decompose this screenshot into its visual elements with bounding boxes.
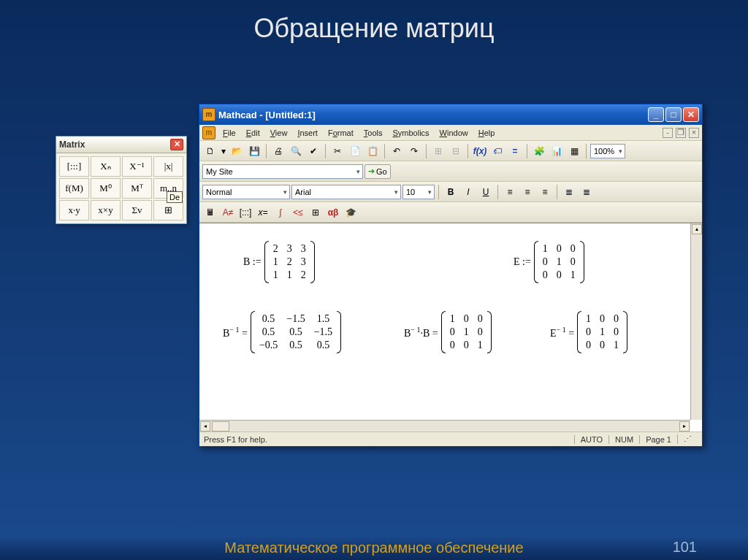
greek-palette-icon[interactable]: αβ — [325, 204, 341, 220]
calculator-palette-icon[interactable]: 🖩 — [202, 204, 218, 220]
equation-B-def[interactable]: B := 233123112 — [243, 241, 315, 283]
palette-title-text: Matrix — [59, 139, 85, 150]
symbolic-palette-icon[interactable]: 🎓 — [343, 204, 359, 220]
maximize-button[interactable]: □ — [665, 107, 682, 122]
cut-button[interactable]: ✂ — [329, 143, 346, 159]
paste-button[interactable]: 📋 — [365, 143, 381, 159]
eval-palette-icon[interactable]: x= — [255, 204, 271, 220]
palette-grid: [:::] Xₙ X⁻¹ |x| f(M) M⁰ Mᵀ m..n x·y x×y… — [56, 153, 186, 223]
graph-palette-icon[interactable]: A≠ — [220, 204, 236, 220]
titlebar[interactable]: m Mathcad - [Untitled:1] _ □ ✕ — [199, 104, 702, 125]
open-button[interactable]: 📂 — [229, 143, 245, 159]
calculate-button[interactable]: = — [507, 143, 523, 159]
palette-btn-inverse[interactable]: X⁻¹ — [122, 156, 152, 177]
align2-button[interactable]: ⊟ — [448, 143, 464, 159]
menubar: m File Edit View Insert Format Tools Sym… — [199, 125, 702, 141]
palette-btn-subscript[interactable]: Xₙ — [91, 156, 121, 177]
new-button[interactable]: 🗋 — [202, 143, 218, 159]
component2-button[interactable]: 📊 — [549, 143, 565, 159]
equation-E-inv[interactable]: E− 1 = 100010001 — [550, 311, 627, 353]
close-button[interactable]: ✕ — [683, 107, 699, 122]
equation-B-inv[interactable]: B− 1 = 0.5−1.51.50.50.5−1.5−0.50.50.5 — [223, 311, 341, 353]
italic-button[interactable]: I — [460, 184, 476, 200]
mdi-minimize[interactable]: - — [663, 128, 673, 138]
equation-BinvB[interactable]: B− 1·B = 100010001 — [404, 311, 492, 353]
align-right-button[interactable]: ≡ — [537, 184, 553, 200]
scroll-thumb[interactable] — [212, 421, 229, 431]
scroll-right-icon[interactable]: ▸ — [679, 421, 690, 431]
menu-insert[interactable]: Insert — [293, 127, 322, 139]
palette-btn-cross[interactable]: x×y — [91, 200, 121, 220]
save-button[interactable]: 💾 — [246, 143, 262, 159]
bullets-button[interactable]: ≣ — [561, 184, 577, 200]
unit-button[interactable]: 🏷 — [489, 143, 505, 159]
prog-palette-icon[interactable]: ⊞ — [308, 204, 324, 220]
font-select[interactable]: Arial — [291, 185, 401, 199]
status-num: NUM — [608, 435, 639, 444]
palette-btn-picture[interactable]: ⊞ — [153, 200, 183, 220]
matrix-palette-icon[interactable]: [:::] — [237, 204, 253, 220]
status-text: Press F1 for help. — [204, 435, 267, 444]
numbers-button[interactable]: ≣ — [579, 184, 595, 200]
palette-close-button[interactable]: ✕ — [170, 139, 183, 150]
worksheet-area[interactable]: B := 233123112 E := 100010001 B− 1 = 0.5… — [199, 223, 702, 431]
menu-format[interactable]: Format — [324, 127, 358, 139]
underline-button[interactable]: U — [478, 184, 494, 200]
mdi-close[interactable]: × — [689, 128, 699, 138]
scroll-left-icon[interactable]: ◂ — [200, 421, 210, 431]
component-button[interactable]: 🧩 — [531, 143, 547, 159]
scroll-up-icon[interactable]: ▴ — [692, 224, 702, 234]
palette-btn-column[interactable]: M⁰ — [91, 178, 121, 199]
web-toolbar: My Site ➔Go — [199, 161, 702, 182]
align-left-button[interactable]: ≡ — [502, 184, 518, 200]
status-auto: AUTO — [574, 435, 608, 444]
menu-tools[interactable]: Tools — [359, 127, 387, 139]
bool-palette-icon[interactable]: <≤ — [290, 204, 306, 220]
menu-window[interactable]: Window — [435, 127, 473, 139]
menu-edit[interactable]: Edit — [242, 127, 264, 139]
component3-button[interactable]: ▦ — [566, 143, 582, 159]
style-select[interactable]: Normal — [202, 185, 290, 199]
calc-palette-icon[interactable]: ∫ — [272, 204, 289, 220]
mathcad-window: m Mathcad - [Untitled:1] _ □ ✕ m File Ed… — [199, 104, 703, 447]
horizontal-scrollbar[interactable]: ◂ ▸ — [199, 420, 690, 431]
align-center-button[interactable]: ≡ — [519, 184, 535, 200]
window-title: Mathcad - [Untitled:1] — [218, 110, 316, 120]
bold-button[interactable]: B — [443, 184, 459, 200]
palette-btn-sum[interactable]: Σv — [122, 200, 152, 220]
page-number: 101 — [673, 539, 697, 556]
preview-button[interactable]: 🔍 — [288, 143, 304, 159]
palette-titlebar[interactable]: Matrix ✕ — [56, 137, 186, 153]
menu-file[interactable]: File — [218, 127, 240, 139]
function-button[interactable]: f(x) — [472, 143, 488, 159]
minimize-button[interactable]: _ — [648, 107, 664, 122]
redo-button[interactable]: ↷ — [406, 143, 422, 159]
palette-btn-abs[interactable]: |x| — [153, 156, 183, 177]
print-button[interactable]: 🖨 — [270, 143, 286, 159]
spellcheck-button[interactable]: ✔ — [305, 143, 321, 159]
math-toolbar: 🖩 A≠ [:::] x= ∫ <≤ ⊞ αβ 🎓 — [199, 202, 702, 223]
align-button[interactable]: ⊞ — [430, 143, 446, 159]
vertical-scrollbar[interactable]: ▴ — [690, 223, 702, 420]
equation-E-def[interactable]: E := 100010001 — [514, 241, 584, 283]
new-dropdown-icon[interactable]: ▾ — [220, 143, 227, 159]
site-select[interactable]: My Site — [202, 164, 363, 179]
status-bar: Press F1 for help. AUTO NUM Page 1 ⋰ — [199, 431, 702, 446]
menu-help[interactable]: Help — [474, 127, 500, 139]
matrix-palette-window: Matrix ✕ [:::] Xₙ X⁻¹ |x| f(M) M⁰ Mᵀ m..… — [56, 136, 187, 224]
mdi-restore[interactable]: ❐ — [676, 128, 686, 138]
palette-btn-transpose[interactable]: Mᵀ — [122, 178, 152, 199]
palette-btn-matrix[interactable]: [:::] — [59, 156, 89, 177]
palette-btn-vectorize[interactable]: f(M) — [59, 178, 89, 199]
zoom-select[interactable]: 100% — [590, 144, 625, 158]
menu-view[interactable]: View — [266, 127, 292, 139]
undo-button[interactable]: ↶ — [389, 143, 405, 159]
copy-button[interactable]: 📄 — [347, 143, 363, 159]
status-page: Page 1 — [639, 435, 677, 444]
go-icon: ➔ — [368, 166, 375, 176]
size-select[interactable]: 10 — [402, 185, 435, 199]
palette-btn-dot[interactable]: x·y — [59, 200, 89, 220]
tooltip: De — [167, 191, 183, 203]
menu-symbolics[interactable]: Symbolics — [388, 127, 433, 139]
go-button[interactable]: ➔Go — [365, 164, 391, 179]
